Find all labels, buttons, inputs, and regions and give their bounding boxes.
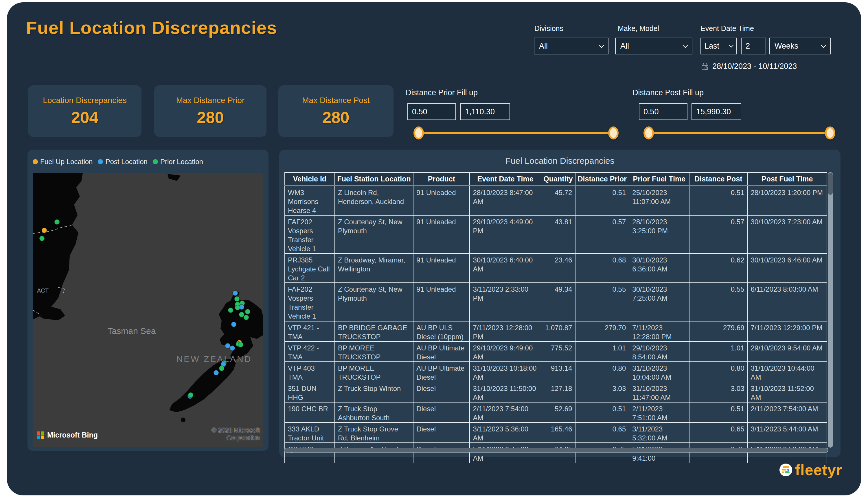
- table-cell: Diesel: [413, 382, 470, 402]
- table-cell: Z Truck Stop Ashburton South: [335, 402, 413, 422]
- table-title: Fuel Location Discrepancies: [279, 156, 841, 166]
- chevron-down-icon: [683, 42, 688, 48]
- table-cell: 0.57: [575, 215, 629, 253]
- slider-track[interactable]: [649, 132, 830, 134]
- kpi-label: Location Discrepancies: [43, 96, 127, 105]
- table-cell: 0.65: [689, 422, 747, 443]
- table-cell: VTP 421 - TMA: [285, 321, 335, 341]
- kpi-card-max-distance-prior: Max Distance Prior 280: [154, 86, 266, 137]
- column-header[interactable]: Post Fuel Time: [747, 172, 827, 186]
- table-cell: Z Courtenay St, New Plymouth: [335, 283, 413, 321]
- australia-landmass: [33, 173, 83, 319]
- distance-prior-max-value: 1,110.30: [465, 107, 495, 116]
- table-cell: 31/10/2023 11:47:00 AM: [629, 382, 689, 402]
- distance-prior-slider: [413, 126, 619, 140]
- table-cell: VTP 403 - TMA: [285, 362, 335, 382]
- slider-handle-max[interactable]: [825, 127, 835, 140]
- table-cell: 0.51: [575, 402, 629, 422]
- table-cell: 279.69: [689, 321, 747, 341]
- map-point-green[interactable]: [228, 307, 233, 313]
- table-cell: AU BP Ultimate Diesel: [413, 341, 470, 362]
- slider-handle-min[interactable]: [644, 127, 654, 140]
- table-cell: 91 Unleaded: [413, 215, 470, 253]
- table-cell: 2/11/2023 7:54:00 AM: [470, 402, 541, 422]
- column-header[interactable]: Prior Fuel Time: [629, 172, 689, 186]
- column-header[interactable]: Vehicle Id: [285, 172, 335, 186]
- table-cell: 0.62: [689, 253, 747, 283]
- distance-prior-max-input[interactable]: 1,110.30: [460, 103, 510, 120]
- table-cell: 52.69: [541, 402, 576, 422]
- map-point-green[interactable]: [188, 392, 193, 397]
- table-row[interactable]: WM3 Morrisons Hearse 4Z Lincoln Rd, Hend…: [285, 186, 827, 215]
- bing-map[interactable]: Tasman Sea NEW ZEALAND ACT Microsoft Bin…: [33, 173, 263, 447]
- table-cell: AU BP Ultimate Diesel: [413, 362, 470, 382]
- table-cell: 0.51: [689, 402, 747, 422]
- table-cell: 29/10/2023 9:54:00 AM: [747, 341, 827, 362]
- table-cell: 0.55: [575, 283, 629, 321]
- column-header[interactable]: Quantity: [541, 172, 576, 186]
- map-point-green[interactable]: [235, 305, 240, 310]
- event-last-dropdown[interactable]: Last: [700, 38, 737, 54]
- map-point-green[interactable]: [238, 342, 243, 347]
- slider-track[interactable]: [419, 132, 614, 134]
- table-cell: 3/11/2023 2:33:00 PM: [470, 283, 541, 321]
- column-header[interactable]: Fuel Station Location: [335, 172, 413, 186]
- table-cell: 190 CHC BR: [285, 402, 335, 422]
- column-header[interactable]: Distance Post: [689, 172, 747, 186]
- slider-handle-max[interactable]: [608, 127, 619, 140]
- table-cell: 775.52: [541, 341, 576, 362]
- table-cell: VTP 422 - TMA: [285, 341, 335, 362]
- vertical-scrollbar[interactable]: [828, 172, 833, 448]
- table-cell: 30/10/2023 7:25:00 AM: [629, 283, 689, 321]
- table-cell: 127.18: [541, 382, 576, 402]
- event-count-value: 2: [746, 42, 750, 51]
- table-cell: 43.81: [541, 215, 576, 253]
- table-cell: 45.72: [541, 186, 576, 215]
- table-row[interactable]: 333 AKLD Tractor UnitZ Truck Stop Grove …: [285, 422, 827, 443]
- column-header[interactable]: Distance Prior: [575, 172, 629, 186]
- map-canvas: Tasman Sea NEW ZEALAND ACT: [33, 173, 263, 447]
- event-unit-value: Weeks: [775, 42, 798, 51]
- map-point-green[interactable]: [245, 309, 250, 314]
- prior-location-dot-icon: [153, 159, 158, 165]
- event-unit-dropdown[interactable]: Weeks: [770, 38, 831, 54]
- table-row[interactable]: VTP 403 - TMABP MOREE TRUCKSTOPAU BP Ult…: [285, 362, 827, 382]
- slider-handle-min[interactable]: [413, 127, 424, 140]
- table-row[interactable]: 351 DUN HHGZ Truck Stop WintonDiesel31/1…: [285, 382, 827, 402]
- map-point-blue[interactable]: [230, 345, 235, 351]
- table-cell: PRJ385 Lychgate Call Car 2: [285, 253, 335, 283]
- map-point-orange[interactable]: [42, 228, 47, 233]
- map-point-blue[interactable]: [231, 322, 236, 327]
- map-point-green[interactable]: [234, 296, 239, 302]
- table-row[interactable]: VTP 421 - TMABP BRIDGE GARAGE TRUCKSTOPA…: [285, 321, 827, 341]
- kpi-value: 280: [322, 108, 349, 127]
- vertical-scrollbar-thumb[interactable]: [828, 173, 833, 195]
- map-point-blue[interactable]: [213, 370, 219, 375]
- column-header[interactable]: Product: [413, 172, 470, 186]
- map-point-green[interactable]: [219, 366, 224, 371]
- table-cell: Z Broadway, Miramar, Wellington: [335, 253, 413, 283]
- map-point-green[interactable]: [239, 312, 244, 317]
- legend-label: Fuel Up Location: [40, 158, 93, 166]
- map-point-green[interactable]: [54, 219, 60, 225]
- event-count-input[interactable]: 2: [741, 38, 766, 54]
- make-model-dropdown[interactable]: All: [615, 38, 692, 54]
- distance-post-max-input[interactable]: 15,990.30: [692, 103, 741, 120]
- divisions-dropdown[interactable]: All: [534, 38, 608, 54]
- table-row[interactable]: FAF202 Vospers Transfer Vehicle 1Z Court…: [285, 215, 827, 253]
- table-row[interactable]: PRJ385 Lychgate Call Car 2Z Broadway, Mi…: [285, 253, 827, 283]
- table-row[interactable]: FAF202 Vospers Transfer Vehicle 1Z Court…: [285, 283, 827, 321]
- horizontal-scrollbar[interactable]: [284, 448, 828, 453]
- table-row[interactable]: 190 CHC BRZ Truck Stop Ashburton SouthDi…: [285, 402, 827, 422]
- table-cell: 0.68: [575, 253, 629, 283]
- distance-prior-min-input[interactable]: 0.50: [407, 103, 456, 120]
- map-point-blue[interactable]: [233, 290, 238, 296]
- map-point-green[interactable]: [39, 236, 44, 241]
- fleetyr-logo-icon: [779, 463, 792, 476]
- table-row[interactable]: QBT840Z Kumeu, AucklandDiesel5/11/2023 9…: [285, 443, 827, 463]
- table-row[interactable]: VTP 422 - TMABP MOREE TRUCKSTOPAU BP Ult…: [285, 341, 827, 362]
- distance-post-min-input[interactable]: 0.50: [639, 103, 687, 120]
- table-cell: 7/11/2023 12:28:00 PM: [470, 321, 541, 341]
- column-header[interactable]: Event Date Time: [470, 172, 541, 186]
- map-point-green[interactable]: [244, 315, 249, 320]
